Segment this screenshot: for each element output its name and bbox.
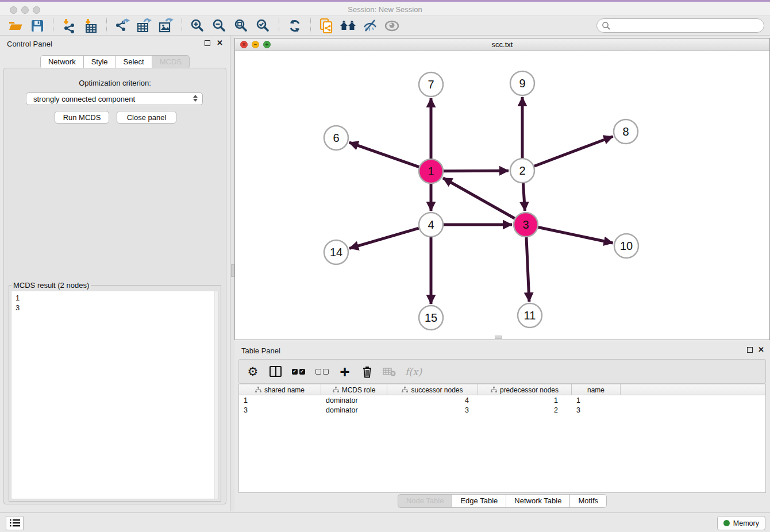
import-table-icon[interactable] bbox=[82, 18, 99, 34]
memory-button[interactable]: Memory bbox=[717, 516, 765, 530]
edge-3-11[interactable] bbox=[526, 237, 529, 302]
graph-node-1[interactable]: 1 bbox=[419, 159, 443, 183]
export-network-icon[interactable] bbox=[114, 18, 131, 34]
mcds-panel: Optimization criterion: strongly connect… bbox=[3, 68, 226, 504]
run-mcds-button[interactable]: Run MCDS bbox=[55, 111, 109, 124]
edge-3-1[interactable] bbox=[443, 178, 515, 218]
svg-text:2: 2 bbox=[519, 164, 525, 177]
column-header-shared-name[interactable]: shared name bbox=[239, 384, 321, 395]
delete-column-trash-icon[interactable] bbox=[360, 365, 374, 379]
edge-3-10[interactable] bbox=[538, 228, 613, 243]
edge-1-2[interactable] bbox=[444, 171, 509, 171]
network-window-titlebar[interactable]: × − + scc.txt bbox=[235, 38, 769, 51]
zoom-out-icon[interactable] bbox=[211, 18, 228, 34]
control-panel: Control Panel ✕ Network Style Select MCD… bbox=[0, 36, 230, 511]
open-session-icon[interactable] bbox=[7, 18, 24, 34]
control-panel-title: Control Panel bbox=[7, 40, 52, 48]
first-neighbors-icon[interactable] bbox=[340, 18, 357, 34]
cell-mcds-role[interactable]: dominator bbox=[321, 406, 387, 415]
export-table-icon[interactable] bbox=[136, 18, 153, 34]
close-table-panel-icon[interactable]: ✕ bbox=[758, 345, 764, 354]
tab-motifs[interactable]: Motifs bbox=[569, 494, 607, 508]
graph-node-2[interactable]: 2 bbox=[510, 159, 534, 183]
close-panel-icon[interactable]: ✕ bbox=[217, 38, 223, 47]
import-network-icon[interactable] bbox=[60, 18, 78, 34]
show-columns-icon[interactable] bbox=[268, 365, 282, 379]
table-row[interactable]: 1 dominator 4 1 1 bbox=[239, 396, 765, 406]
cell-predecessor-nodes[interactable]: 2 bbox=[478, 406, 572, 415]
cell-shared-name[interactable]: 3 bbox=[239, 406, 321, 415]
svg-text:8: 8 bbox=[622, 125, 629, 138]
tab-mcds[interactable]: MCDS bbox=[152, 55, 190, 69]
network-view-window: × − + scc.txt 7968124314101511 bbox=[234, 38, 770, 340]
table-settings-gear-icon[interactable]: ⚙ bbox=[246, 365, 260, 379]
tab-node-table[interactable]: Node Table bbox=[398, 494, 453, 508]
graph-node-11[interactable]: 11 bbox=[518, 303, 542, 327]
refresh-icon[interactable] bbox=[286, 18, 303, 34]
column-header-mcds-role[interactable]: MCDS role bbox=[321, 384, 387, 395]
add-column-icon[interactable]: + bbox=[338, 365, 352, 379]
export-image-icon[interactable] bbox=[157, 18, 175, 34]
hide-selected-icon[interactable] bbox=[361, 18, 379, 34]
graph-node-10[interactable]: 10 bbox=[614, 234, 638, 258]
graph-node-9[interactable]: 9 bbox=[510, 71, 534, 95]
float-table-panel-icon[interactable] bbox=[747, 347, 753, 353]
graph-node-8[interactable]: 8 bbox=[614, 119, 638, 144]
table-panel: Table Panel ✕ ⚙ ✓✓ + f(x) shared name MC… bbox=[234, 342, 770, 510]
column-type-icon bbox=[402, 387, 408, 393]
cell-name[interactable]: 1 bbox=[572, 396, 621, 406]
cell-name[interactable]: 3 bbox=[572, 406, 621, 415]
tab-style[interactable]: Style bbox=[83, 55, 116, 69]
zoom-selected-icon[interactable] bbox=[255, 18, 272, 34]
deselect-all-icon[interactable] bbox=[314, 365, 329, 379]
network-resize-grip[interactable] bbox=[495, 336, 502, 339]
save-session-icon[interactable] bbox=[29, 18, 46, 34]
graph-node-3[interactable]: 3 bbox=[514, 213, 538, 237]
mcds-result-line: 3 bbox=[16, 303, 218, 313]
cell-shared-name[interactable]: 1 bbox=[239, 396, 321, 406]
cell-mcds-role[interactable]: dominator bbox=[321, 396, 387, 406]
function-builder-icon: f(x) bbox=[405, 365, 422, 379]
table-toolbar: ⚙ ✓✓ + f(x) bbox=[238, 359, 766, 384]
task-history-button[interactable] bbox=[6, 516, 24, 530]
zoom-in-icon[interactable] bbox=[189, 18, 206, 34]
column-header-predecessor-nodes[interactable]: predecessor nodes bbox=[478, 384, 572, 395]
float-panel-icon[interactable] bbox=[205, 40, 210, 46]
tab-select[interactable]: Select bbox=[116, 55, 152, 69]
edge-4-14[interactable] bbox=[349, 228, 419, 248]
tab-network[interactable]: Network bbox=[40, 55, 84, 69]
clone-network-icon[interactable] bbox=[318, 18, 335, 34]
mcds-result-list[interactable]: 1 3 bbox=[11, 291, 219, 499]
network-graph-canvas[interactable]: 7968124314101511 bbox=[235, 51, 769, 340]
graph-node-14[interactable]: 14 bbox=[324, 240, 348, 264]
table-row[interactable]: 3 dominator 3 2 3 bbox=[239, 406, 765, 415]
result-scrollbar[interactable] bbox=[214, 291, 218, 499]
tab-network-table[interactable]: Network Table bbox=[506, 494, 570, 508]
graph-node-4[interactable]: 4 bbox=[419, 213, 443, 237]
memory-label: Memory bbox=[733, 519, 759, 527]
optimization-criterion-select[interactable]: strongly connected component bbox=[26, 92, 203, 105]
edge-2-8[interactable] bbox=[534, 136, 613, 166]
search-box[interactable] bbox=[596, 18, 764, 33]
column-header-successor-nodes[interactable]: successor nodes bbox=[387, 384, 478, 395]
close-panel-button[interactable]: Close panel bbox=[117, 111, 176, 124]
svg-text:7: 7 bbox=[428, 78, 434, 91]
tab-edge-table[interactable]: Edge Table bbox=[452, 494, 506, 508]
zoom-fit-icon[interactable] bbox=[233, 18, 250, 34]
select-all-icon[interactable]: ✓✓ bbox=[291, 365, 306, 379]
cell-successor-nodes[interactable]: 4 bbox=[387, 396, 478, 406]
edge-2-3[interactable] bbox=[523, 183, 525, 211]
cell-predecessor-nodes[interactable]: 1 bbox=[478, 396, 572, 406]
show-all-icon[interactable] bbox=[383, 18, 401, 34]
graph-node-6[interactable]: 6 bbox=[324, 126, 348, 150]
table-panel-title: Table Panel bbox=[241, 346, 280, 355]
edge-1-6[interactable] bbox=[349, 142, 419, 167]
column-type-icon bbox=[333, 387, 339, 393]
vertical-splitter[interactable] bbox=[230, 36, 234, 511]
column-header-name[interactable]: name bbox=[572, 384, 621, 395]
graph-node-15[interactable]: 15 bbox=[419, 306, 443, 330]
cell-successor-nodes[interactable]: 3 bbox=[387, 406, 478, 415]
graph-node-7[interactable]: 7 bbox=[419, 72, 443, 97]
node-table: shared name MCDS role successor nodes pr… bbox=[238, 384, 766, 493]
search-input[interactable] bbox=[611, 21, 754, 30]
